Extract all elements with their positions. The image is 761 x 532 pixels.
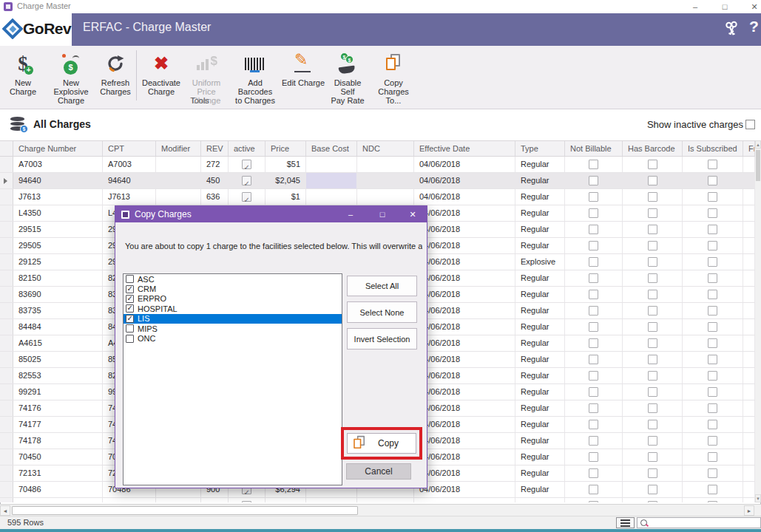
row-selector[interactable] — [0, 449, 13, 465]
has_barcode-checkbox[interactable] — [648, 257, 657, 267]
column-header-charge_number[interactable]: Charge Number — [13, 141, 103, 156]
facility-item-lis[interactable]: LIS — [124, 314, 342, 324]
row-selector[interactable] — [0, 205, 13, 221]
window-maximize-button[interactable]: □ — [714, 0, 736, 13]
is_subscribed-checkbox[interactable] — [708, 452, 717, 462]
is_subscribed-checkbox[interactable] — [708, 403, 717, 413]
scroll-up-icon[interactable]: ▲ — [755, 140, 761, 149]
table-row[interactable]: 9464094640450$2,04504/06/2018Regular — [0, 173, 755, 189]
cancel-button[interactable]: Cancel — [346, 463, 411, 480]
facility-item-hospital[interactable]: HOSPITAL — [124, 304, 342, 313]
table-row[interactable] — [0, 498, 755, 502]
row-selector[interactable] — [0, 466, 13, 481]
has_barcode-checkbox[interactable] — [648, 241, 657, 250]
column-header-from[interactable]: From — [743, 141, 755, 156]
not_billable-checkbox[interactable] — [589, 436, 598, 446]
select-none-button[interactable]: Select None — [347, 301, 417, 323]
facility-checkbox[interactable] — [126, 324, 134, 332]
has_barcode-checkbox[interactable] — [648, 322, 657, 332]
vertical-scrollbar[interactable]: ▲ ▼ — [755, 140, 761, 502]
row-selector[interactable] — [0, 482, 13, 497]
column-header-ndc[interactable]: NDC — [357, 141, 414, 156]
not_billable-checkbox[interactable] — [589, 322, 598, 332]
active-checkbox[interactable] — [242, 192, 251, 202]
has_barcode-checkbox[interactable] — [648, 452, 657, 462]
facility-checkbox[interactable] — [126, 335, 134, 343]
has_barcode-checkbox[interactable] — [648, 338, 657, 348]
not_billable-checkbox[interactable] — [589, 192, 598, 202]
invert-selection-button[interactable]: Invert Selection — [347, 328, 417, 349]
is_subscribed-checkbox[interactable] — [708, 208, 717, 218]
edit-charge-button[interactable]: ✎Edit Charge — [280, 49, 326, 87]
row-selector[interactable] — [0, 319, 13, 335]
facility-item-mips[interactable]: MIPS — [124, 324, 342, 333]
column-header-rev[interactable]: REV — [201, 141, 229, 156]
row-selector[interactable] — [0, 384, 13, 400]
facility-item-crm[interactable]: CRM — [124, 284, 342, 293]
not_billable-checkbox[interactable] — [589, 420, 598, 429]
search-input[interactable] — [649, 519, 760, 528]
has_barcode-checkbox[interactable] — [648, 355, 657, 364]
is_subscribed-checkbox[interactable] — [708, 355, 717, 364]
is_subscribed-checkbox[interactable] — [708, 501, 717, 502]
facility-checkbox[interactable] — [126, 295, 134, 303]
not_billable-checkbox[interactable] — [589, 403, 598, 413]
column-header-not_billable[interactable]: Not Billable — [565, 141, 623, 156]
vertical-scroll-thumb[interactable] — [756, 150, 760, 181]
not_billable-checkbox[interactable] — [589, 176, 598, 185]
not_billable-checkbox[interactable] — [589, 241, 598, 250]
facility-checkbox[interactable] — [126, 315, 134, 323]
is_subscribed-checkbox[interactable] — [708, 176, 717, 185]
row-selector[interactable] — [0, 254, 13, 270]
is_subscribed-checkbox[interactable] — [708, 273, 717, 283]
active-checkbox[interactable] — [242, 160, 251, 169]
has_barcode-checkbox[interactable] — [648, 436, 657, 446]
is_subscribed-checkbox[interactable] — [708, 338, 717, 348]
column-header-type[interactable]: Type — [515, 141, 565, 156]
scroll-down-icon[interactable]: ▼ — [755, 494, 761, 502]
scroll-right-icon[interactable]: ► — [744, 505, 754, 516]
column-header-base_cost[interactable]: Base Cost — [306, 141, 357, 156]
row-selector[interactable] — [0, 238, 13, 253]
is_subscribed-checkbox[interactable] — [708, 387, 717, 397]
not_billable-checkbox[interactable] — [589, 387, 598, 397]
table-row[interactable]: A7003A7003272$5104/06/2018Regular — [0, 157, 755, 173]
not_billable-checkbox[interactable] — [589, 468, 598, 478]
has_barcode-checkbox[interactable] — [648, 468, 657, 478]
copy-charges-to-button[interactable]: Copy Charges To... — [369, 49, 418, 105]
show-inactive-checkbox[interactable] — [745, 120, 755, 129]
column-header-effective_date[interactable]: Effective Date — [414, 141, 515, 156]
copy-button[interactable]: Copy — [347, 433, 416, 454]
not_billable-checkbox[interactable] — [589, 371, 598, 381]
not_billable-checkbox[interactable] — [589, 273, 598, 283]
table-row[interactable]: J7613J7613636$104/06/2018Regular — [0, 189, 755, 205]
is_subscribed-checkbox[interactable] — [708, 290, 717, 299]
has_barcode-checkbox[interactable] — [648, 225, 657, 234]
menu-button[interactable] — [616, 517, 635, 528]
has_barcode-checkbox[interactable] — [648, 403, 657, 413]
active-checkbox[interactable] — [242, 501, 251, 502]
is_subscribed-checkbox[interactable] — [708, 371, 717, 381]
not_billable-checkbox[interactable] — [589, 452, 598, 462]
has_barcode-checkbox[interactable] — [648, 273, 657, 283]
not_billable-checkbox[interactable] — [589, 208, 598, 218]
scroll-left-icon[interactable]: ◄ — [0, 505, 10, 516]
column-header-cpt[interactable]: CPT — [103, 141, 156, 156]
row-selector[interactable] — [0, 173, 13, 188]
row-selector[interactable] — [0, 157, 13, 172]
facility-item-onc[interactable]: ONC — [124, 333, 342, 343]
column-header-active[interactable]: active — [229, 141, 265, 156]
select-all-button[interactable]: Select All — [347, 276, 417, 296]
column-header-has_barcode[interactable]: Has Barcode — [623, 141, 683, 156]
disable-self-pay-rate-button[interactable]: $$Disable Self Pay Rate — [326, 49, 369, 105]
row-selector[interactable] — [0, 400, 13, 416]
help-icon[interactable]: ? — [749, 18, 759, 35]
is_subscribed-checkbox[interactable] — [708, 322, 717, 332]
facility-item-erpro[interactable]: ERPRO — [124, 294, 342, 304]
new-charge-button[interactable]: $+New Charge — [1, 49, 44, 96]
not_billable-checkbox[interactable] — [589, 290, 598, 299]
row-selector[interactable] — [0, 498, 13, 502]
facility-checkbox[interactable] — [126, 275, 134, 283]
deactivate-charge-button[interactable]: ✖Deactivate Charge — [140, 49, 183, 96]
horizontal-scroll-thumb[interactable] — [12, 506, 358, 515]
